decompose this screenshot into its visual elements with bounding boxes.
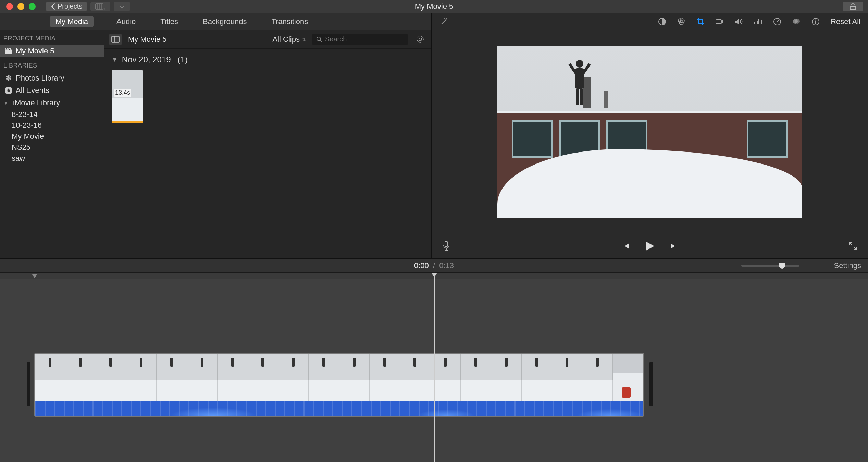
tab-audio[interactable]: Audio	[111, 16, 141, 27]
window-controls	[0, 3, 36, 10]
crop-icon[interactable]	[696, 17, 705, 26]
search-input[interactable]	[325, 35, 404, 43]
search-box[interactable]	[312, 34, 408, 45]
disclosure-triangle-icon: ▼	[112, 56, 118, 63]
viewer-controls	[432, 234, 868, 258]
clip-thumbnail[interactable]: 13.4s	[112, 70, 143, 123]
zoom-slider[interactable]	[741, 265, 799, 267]
total-time: 0:13	[439, 261, 454, 270]
clip-trim-handle-left[interactable]	[27, 362, 30, 406]
sidebar-event-1[interactable]: 10-23-16	[0, 120, 104, 131]
timeline[interactable]	[0, 273, 868, 462]
color-filter-icon[interactable]	[792, 17, 801, 26]
stabilization-icon[interactable]	[715, 17, 724, 26]
preview-canvas[interactable]	[497, 46, 802, 218]
clapperboard-icon	[5, 47, 12, 55]
minimize-window-button[interactable]	[17, 3, 24, 10]
playback-controls	[622, 240, 678, 252]
enhance-wand-icon[interactable]	[439, 17, 449, 26]
svg-rect-4	[112, 36, 119, 42]
window-title: My Movie 5	[415, 2, 453, 11]
media-import-button[interactable]	[90, 2, 110, 11]
timeline-settings-button[interactable]: Settings	[834, 261, 861, 270]
svg-point-12	[447, 20, 447, 21]
event-header[interactable]: ▼ Nov 20, 2019 (1)	[112, 55, 424, 64]
imovie-library-label: iMovie Library	[13, 98, 60, 107]
noise-reduction-icon[interactable]	[753, 17, 763, 26]
adjustment-icons	[657, 17, 820, 26]
tab-my-media[interactable]: My Media	[50, 16, 94, 27]
chevron-left-icon	[51, 3, 55, 10]
svg-rect-24	[815, 21, 816, 24]
projects-label: Projects	[58, 2, 82, 10]
event-date: Nov 20, 2019	[122, 55, 171, 64]
clip-audio-waveform[interactable]	[35, 401, 643, 416]
tab-titles[interactable]: Titles	[155, 16, 184, 27]
event-count: (1)	[178, 55, 188, 64]
timeline-header: 0:00 / 0:13 Settings	[0, 258, 868, 273]
sidebar-photos-library[interactable]: ✽ Photos Library	[0, 72, 104, 84]
sidebar-event-2[interactable]: My Movie	[0, 131, 104, 142]
reset-all-button[interactable]: Reset All	[831, 17, 860, 26]
voiceover-mic-button[interactable]	[442, 241, 451, 252]
svg-point-8	[417, 36, 423, 42]
svg-point-6	[317, 37, 321, 41]
playhead[interactable]	[434, 273, 435, 462]
current-time: 0:00	[414, 261, 429, 270]
color-balance-icon[interactable]	[657, 17, 667, 26]
import-download-button[interactable]	[114, 2, 130, 11]
sidebar-event-3[interactable]: NS25	[0, 142, 104, 153]
svg-line-7	[320, 40, 322, 42]
viewer-toolbar: Reset All	[432, 13, 868, 30]
clip-trim-handle-right[interactable]	[649, 362, 653, 406]
color-correction-icon[interactable]	[677, 17, 686, 26]
zoom-slider-handle[interactable]	[779, 263, 785, 269]
sidebar-event-0[interactable]: 8-23-14	[0, 109, 104, 120]
viewer-body	[432, 30, 868, 234]
chevron-down-icon: ▼	[2, 99, 10, 107]
sidebar-event-4[interactable]: saw	[0, 153, 104, 164]
tab-backgrounds[interactable]: Backgrounds	[197, 16, 252, 27]
libraries-header: LIBRARIES	[0, 57, 104, 72]
star-icon	[5, 87, 12, 94]
sidebar-tabs-spacer: My Media	[0, 13, 104, 30]
sidebar-project-label: My Movie 5	[16, 47, 54, 56]
timeline-clip[interactable]	[34, 353, 644, 417]
svg-point-23	[815, 19, 816, 20]
sidebar-all-events[interactable]: All Events	[0, 84, 104, 97]
projects-back-button[interactable]: Projects	[46, 2, 87, 11]
maximize-window-button[interactable]	[29, 3, 36, 10]
titlebar: Projects My Movie 5	[0, 0, 868, 13]
search-icon	[316, 36, 322, 42]
fullscreen-button[interactable]	[848, 241, 858, 251]
sidebar: My Media PROJECT MEDIA My Movie 5 LIBRAR…	[0, 13, 104, 258]
viewer-panel: Reset All	[432, 13, 868, 258]
browser-tabs: Audio Titles Backgrounds Transitions	[104, 13, 431, 30]
prev-frame-button[interactable]	[622, 242, 630, 250]
all-events-label: All Events	[16, 86, 49, 95]
close-window-button[interactable]	[6, 3, 13, 10]
svg-rect-18	[716, 20, 721, 24]
tab-transitions[interactable]: Transitions	[266, 16, 313, 27]
media-browser: Audio Titles Backgrounds Transitions My …	[104, 13, 432, 258]
sidebar-toggle-button[interactable]	[109, 34, 122, 45]
next-frame-button[interactable]	[669, 242, 678, 250]
clips-filter-dropdown[interactable]: All Clips ⇅	[273, 35, 306, 44]
play-button[interactable]	[644, 240, 656, 252]
project-media-header: PROJECT MEDIA	[0, 30, 104, 45]
sidebar-project-item[interactable]: My Movie 5	[0, 45, 104, 57]
clips-filter-label: All Clips	[273, 35, 300, 44]
speed-icon[interactable]	[772, 17, 782, 26]
svg-rect-2	[5, 50, 12, 54]
sidebar-imovie-library[interactable]: ▼ iMovie Library	[0, 97, 104, 109]
share-button[interactable]	[843, 2, 863, 11]
upper-panels: My Media PROJECT MEDIA My Movie 5 LIBRAR…	[0, 13, 868, 258]
volume-icon[interactable]	[734, 17, 744, 26]
titlebar-left-buttons: Projects	[46, 2, 130, 11]
browser-settings-button[interactable]	[414, 33, 426, 46]
photos-library-label: Photos Library	[16, 74, 64, 83]
clip-duration-label: 13.4s	[114, 89, 131, 97]
updown-icon: ⇅	[302, 37, 306, 42]
info-icon[interactable]	[811, 17, 820, 26]
svg-point-9	[419, 38, 422, 41]
